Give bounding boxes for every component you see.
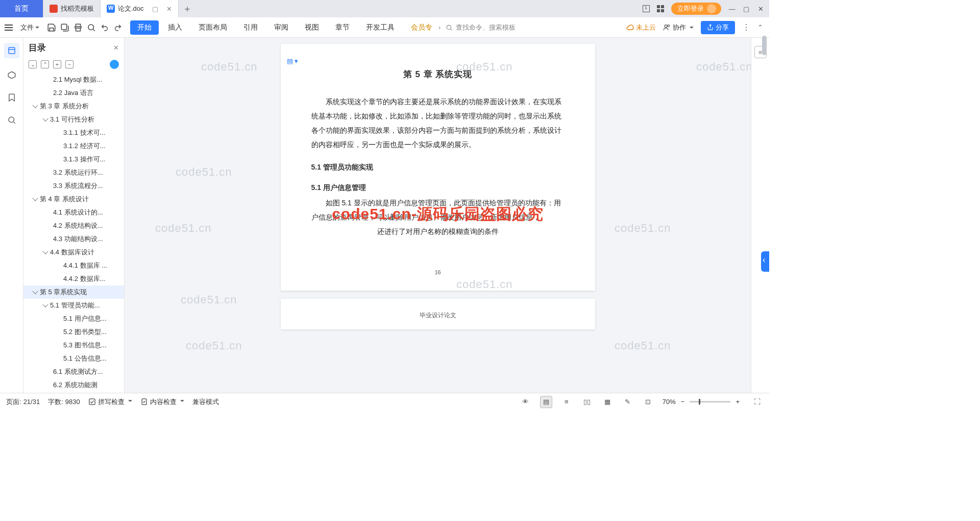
outline-item[interactable]: 2.2 Java 语言 [23, 86, 124, 100]
command-search[interactable]: 查找命令、搜索模板 [446, 23, 516, 32]
tab-templates[interactable]: 找稻壳模板 [43, 0, 101, 17]
watermark-overlay: code51.cn-源码乐园盗图必究 [332, 204, 544, 225]
outline-options-icon[interactable] [110, 60, 119, 69]
split-view-icon[interactable]: 1 [643, 5, 650, 12]
outline-item[interactable]: 5.1 公告信息... [23, 352, 124, 365]
menu-icon[interactable] [3, 25, 14, 31]
app-grid-icon[interactable] [657, 5, 664, 12]
collapse-all-icon[interactable]: ⌄ [29, 60, 37, 68]
tab-home[interactable]: 首页 [0, 0, 43, 17]
ribbon-tab-5[interactable]: 视图 [298, 20, 326, 35]
outline-item[interactable]: 6.2 系统功能测 [23, 378, 124, 392]
check-box-icon [88, 398, 96, 406]
chevron-down-icon[interactable] [32, 288, 38, 294]
outline-item[interactable]: 5.1 管理员功能... [23, 299, 124, 312]
outline-panel: 目录 ✕ ⌄ ⌃ + − 2.1 Mysql 数据...2.2 Java 语言第… [23, 38, 125, 393]
zoom-control[interactable]: 70%−+ [663, 398, 743, 406]
outline-item[interactable]: 4.4 数据库设计 [23, 246, 124, 259]
save-icon[interactable] [45, 21, 58, 34]
redo-icon[interactable] [112, 21, 124, 34]
bookmark-icon[interactable] [6, 92, 17, 103]
page-indicator[interactable]: 页面: 21/31 [6, 397, 40, 407]
find-icon[interactable] [6, 114, 17, 126]
outline-item[interactable]: 第 3 章 系统分析 [23, 100, 124, 113]
focus-mode-icon[interactable]: 👁 [520, 396, 532, 408]
word-count[interactable]: 字数: 9830 [48, 397, 80, 407]
outline-item-label: 第 5 章系统实现 [40, 288, 87, 296]
minimize-icon[interactable]: — [728, 5, 736, 12]
outline-item[interactable]: 3.1.1 技术可... [23, 126, 124, 139]
outline-item[interactable]: 3.3 系统流程分... [23, 179, 124, 193]
collab-button[interactable]: 协作 [663, 23, 694, 32]
maximize-icon[interactable]: ▢ [743, 5, 750, 12]
outline-item-label: 4.3 功能结构设... [53, 235, 103, 243]
page-tool-icon[interactable]: ▤ ▾ [287, 57, 299, 65]
scrollbar-thumb[interactable] [762, 36, 767, 55]
close-outline-icon[interactable]: ✕ [113, 44, 119, 52]
outline-item[interactable]: 5.2 图书类型... [23, 325, 124, 339]
outline-item[interactable]: 4.4.2 数据库... [23, 272, 124, 286]
remove-level-icon[interactable]: − [65, 60, 74, 68]
outline-item[interactable]: 3.1.2 经济可... [23, 139, 124, 153]
ribbon-tab-2[interactable]: 页面布局 [191, 20, 234, 35]
chevron-down-icon[interactable] [42, 301, 48, 307]
ribbon-tab-1[interactable]: 插入 [161, 20, 189, 35]
tab-document[interactable]: 论文.doc ▢ ✕ [101, 0, 179, 17]
outline-item[interactable]: 4.3 功能结构设... [23, 232, 124, 246]
reading-view-icon[interactable]: ▯▯ [581, 396, 593, 408]
print-icon[interactable] [72, 21, 84, 34]
content-check-button[interactable]: 内容检查 [140, 397, 184, 407]
comment-icon[interactable]: ✎ [622, 396, 634, 408]
outline-item[interactable]: 3.2 系统运行环... [23, 166, 124, 179]
fullscreen-icon[interactable]: ⛶ [751, 396, 763, 408]
more-icon[interactable]: ⋮ [742, 22, 750, 32]
file-menu[interactable]: 文件 [15, 23, 44, 32]
outline-view-icon[interactable]: ≡ [560, 396, 573, 408]
outline-item[interactable]: 5.1 用户信息... [23, 312, 124, 325]
outline-item[interactable]: 4.4.1 数据库 ... [23, 259, 124, 272]
print-preview-icon[interactable] [85, 21, 97, 34]
ribbon-tab-0[interactable]: 开始 [130, 20, 159, 35]
ribbon-tab-3[interactable]: 引用 [236, 20, 265, 35]
outline-item[interactable]: 4.1 系统设计的... [23, 206, 124, 219]
outline-item[interactable]: 第 4 章 系统设计 [23, 193, 124, 206]
chevron-down-icon[interactable] [42, 248, 48, 254]
chevron-down-icon[interactable] [32, 102, 38, 108]
outline-item[interactable]: 5.3 图书信息... [23, 339, 124, 352]
save-as-icon[interactable] [59, 21, 71, 34]
chevron-down-icon[interactable] [42, 115, 48, 121]
expand-all-icon[interactable]: ⌃ [41, 60, 49, 68]
web-view-icon[interactable]: ▦ [601, 396, 614, 408]
outline-item[interactable]: 第 5 章系统实现 [23, 286, 124, 299]
page-view-icon[interactable]: ▤ [540, 396, 552, 408]
login-button[interactable]: 立即登录 [671, 3, 721, 15]
close-tab-icon[interactable]: ✕ [166, 5, 172, 13]
page-number: 16 [311, 269, 565, 275]
ribbon-tab-7[interactable]: 开发工具 [359, 20, 402, 35]
close-window-icon[interactable]: ✕ [757, 5, 764, 12]
collapse-ribbon-icon[interactable]: ⌃ [757, 23, 763, 31]
chevron-down-icon[interactable] [32, 195, 38, 201]
new-tab-button[interactable]: ＋ [179, 0, 196, 17]
zoom-fit-icon[interactable]: ⊡ [642, 396, 654, 408]
outline-item-label: 4.2 系统结构设... [53, 222, 103, 229]
presentation-mode-icon[interactable]: ▢ [152, 5, 158, 13]
outline-item[interactable]: 4.2 系统结构设... [23, 219, 124, 232]
ribbon-tab-4[interactable]: 审阅 [267, 20, 296, 35]
outline-item[interactable]: 2.1 Mysql 数据... [23, 73, 124, 86]
box-icon[interactable] [6, 69, 17, 81]
outline-item[interactable]: 6.1 系统测试方... [23, 365, 124, 378]
undo-icon[interactable] [99, 21, 111, 34]
add-level-icon[interactable]: + [53, 60, 61, 68]
spellcheck-button[interactable]: 拼写检查 [88, 397, 132, 407]
ribbon-tab-6[interactable]: 章节 [328, 20, 357, 35]
svg-rect-7 [9, 48, 15, 54]
outline-panel-icon[interactable] [4, 43, 19, 58]
outline-item[interactable]: 3.1 可行性分析 [23, 113, 124, 126]
vertical-scrollbar[interactable] [762, 36, 767, 390]
ribbon-tab-8[interactable]: 会员专 [404, 20, 439, 35]
outline-item[interactable]: 3.1.3 操作可... [23, 153, 124, 166]
cloud-sync-button[interactable]: 未上云 [626, 23, 656, 32]
side-panel-handle[interactable] [761, 251, 769, 272]
share-button[interactable]: 分享 [701, 21, 735, 34]
